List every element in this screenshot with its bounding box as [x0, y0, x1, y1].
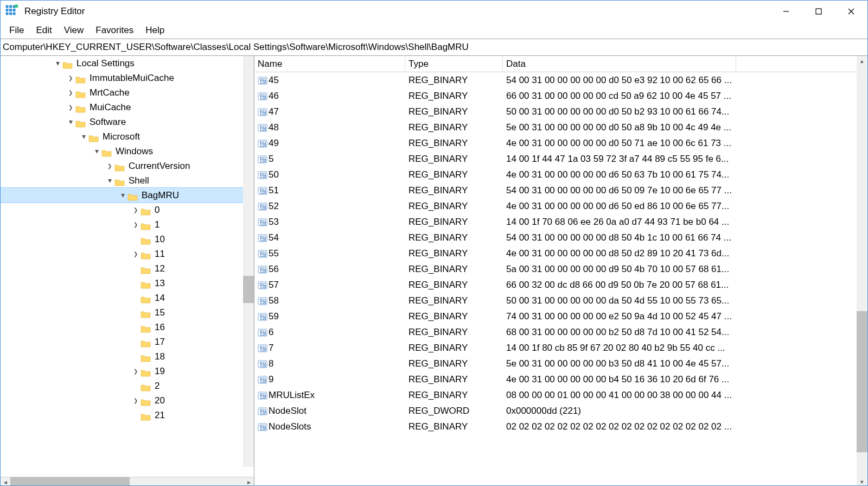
tree-hscroll-left-arrow[interactable]: ◂ — [1, 477, 10, 487]
expand-collapse-icon[interactable] — [92, 144, 101, 159]
value-row[interactable]: 8REG_BINARY5e 00 31 00 00 00 00 00 b3 50… — [254, 356, 867, 371]
minimize-button[interactable] — [770, 1, 802, 22]
value-row[interactable]: 48REG_BINARY5e 00 31 00 00 00 00 00 d0 5… — [254, 119, 867, 135]
tree-item[interactable]: 1 — [1, 217, 254, 232]
tree-item[interactable]: BagMRU — [1, 188, 254, 203]
tree-hscroll-thumb[interactable] — [10, 477, 130, 486]
tree-hscroll-track[interactable] — [10, 477, 244, 486]
tree-item[interactable]: 18 — [1, 349, 254, 364]
value-row[interactable]: NodeSlotREG_DWORD0x000000dd (221) — [254, 403, 867, 419]
tree-item[interactable]: Local Settings — [1, 56, 254, 71]
tree-item[interactable]: 17 — [1, 334, 254, 349]
value-row[interactable]: 59REG_BINARY74 00 31 00 00 00 00 00 e2 5… — [254, 308, 867, 324]
binary-value-icon — [258, 359, 267, 369]
tree-item[interactable]: 14 — [1, 291, 254, 305]
tree-item[interactable]: MuiCache — [1, 100, 254, 115]
list-vscroll-thumb[interactable] — [857, 311, 867, 452]
tree-item[interactable]: MrtCache — [1, 85, 254, 100]
tree-item[interactable]: CurrentVersion — [1, 159, 254, 173]
expand-collapse-icon[interactable] — [105, 159, 114, 173]
value-row[interactable]: 50REG_BINARY4e 00 31 00 00 00 00 00 d6 5… — [254, 167, 867, 182]
value-row[interactable]: 58REG_BINARY50 00 31 00 00 00 00 00 da 5… — [254, 293, 867, 308]
tree-item[interactable]: 11 — [1, 247, 254, 261]
tree-item[interactable]: 0 — [1, 203, 254, 217]
tree-item-label: 16 — [155, 320, 168, 334]
folder-icon — [62, 59, 73, 68]
tree-item[interactable]: Software — [1, 115, 254, 129]
expand-collapse-icon[interactable] — [131, 203, 141, 217]
expand-collapse-icon[interactable] — [79, 129, 88, 144]
maximize-button[interactable] — [802, 1, 835, 22]
list-vscroll-up-arrow[interactable]: ▴ — [857, 56, 867, 66]
tree-item[interactable]: 2 — [1, 378, 254, 393]
expand-collapse-icon[interactable] — [66, 115, 75, 130]
svg-rect-4 — [9, 9, 12, 11]
tree-item[interactable]: 10 — [1, 232, 254, 247]
value-row[interactable]: 46REG_BINARY66 00 31 00 00 00 00 00 cd 5… — [254, 88, 867, 104]
tree-item[interactable]: 19 — [1, 364, 254, 378]
tree-vscroll-thumb[interactable] — [243, 276, 254, 303]
address-bar[interactable]: Computer\HKEY_CURRENT_USER\Software\Clas… — [1, 39, 867, 56]
value-row[interactable]: 53REG_BINARY14 00 1f 70 68 06 ee 26 0a a… — [254, 214, 867, 230]
tree-item[interactable]: 16 — [1, 320, 254, 334]
close-button[interactable] — [835, 1, 867, 22]
expand-collapse-icon[interactable] — [53, 56, 62, 71]
tree-item-label: MuiCache — [90, 100, 135, 115]
menu-help[interactable]: Help — [140, 23, 170, 38]
expand-collapse-icon[interactable] — [105, 173, 114, 188]
list-vscroll-down-arrow[interactable]: ▾ — [857, 477, 867, 486]
tree-item[interactable]: Windows — [1, 144, 254, 159]
tree[interactable]: Local SettingsImmutableMuiCacheMrtCacheM… — [1, 56, 254, 422]
value-name: 5 — [269, 154, 273, 165]
value-row[interactable]: 6REG_BINARY68 00 31 00 00 00 00 00 b2 50… — [254, 324, 867, 340]
tree-hscroll-right-arrow[interactable]: ▸ — [244, 477, 254, 487]
expand-collapse-icon[interactable] — [66, 100, 75, 115]
value-row[interactable]: 5REG_BINARY14 00 1f 44 47 1a 03 59 72 3f… — [254, 151, 867, 167]
expand-collapse-icon[interactable] — [131, 217, 141, 232]
value-row[interactable]: NodeSlotsREG_BINARY02 02 02 02 02 02 02 … — [254, 419, 867, 434]
menu-edit[interactable]: Edit — [30, 23, 57, 38]
value-data: 50 00 31 00 00 00 00 00 d0 50 b2 93 10 0… — [503, 106, 867, 117]
menu-file[interactable]: File — [4, 23, 29, 38]
tree-item[interactable]: Shell — [1, 173, 254, 188]
folder-icon — [114, 176, 125, 185]
value-row[interactable]: 7REG_BINARY14 00 1f 80 cb 85 9f 67 20 02… — [254, 340, 867, 356]
expand-collapse-icon[interactable] — [131, 364, 141, 378]
column-header-data[interactable]: Data — [503, 56, 736, 72]
column-header-name[interactable]: Name — [254, 56, 405, 72]
folder-icon — [141, 323, 151, 332]
value-row[interactable]: 55REG_BINARY4e 00 31 00 00 00 00 00 d8 5… — [254, 245, 867, 261]
value-row[interactable]: 56REG_BINARY5a 00 31 00 00 00 00 00 d9 5… — [254, 261, 867, 277]
tree-item[interactable]: Microsoft — [1, 129, 254, 144]
tree-item-label: 17 — [155, 334, 168, 349]
expand-collapse-icon[interactable] — [66, 71, 75, 85]
expand-collapse-icon[interactable] — [131, 393, 141, 408]
tree-item[interactable]: 20 — [1, 393, 254, 408]
tree-item[interactable]: 15 — [1, 305, 254, 320]
value-row[interactable]: 9REG_BINARY4e 00 31 00 00 00 00 00 b4 50… — [254, 371, 867, 387]
tree-item[interactable]: 12 — [1, 261, 254, 276]
value-row[interactable]: 49REG_BINARY4e 00 31 00 00 00 00 00 d0 5… — [254, 135, 867, 151]
column-header-type[interactable]: Type — [405, 56, 503, 72]
tree-item[interactable]: 21 — [1, 408, 254, 422]
value-row[interactable]: 45REG_BINARY54 00 31 00 00 00 00 00 d0 5… — [254, 72, 867, 88]
menu-view[interactable]: View — [59, 23, 90, 38]
value-row[interactable]: 52REG_BINARY4e 00 31 00 00 00 00 00 d6 5… — [254, 198, 867, 214]
tree-horizontal-scrollbar[interactable]: ◂ ▸ — [1, 477, 254, 486]
value-row[interactable]: 57REG_BINARY66 00 32 00 dc d8 66 00 d9 5… — [254, 277, 867, 293]
svg-point-9 — [15, 4, 18, 8]
value-row[interactable]: MRUListExREG_BINARY08 00 00 00 01 00 00 … — [254, 387, 867, 403]
expand-collapse-icon[interactable] — [131, 247, 141, 261]
value-row[interactable]: 51REG_BINARY54 00 31 00 00 00 00 00 d6 5… — [254, 182, 867, 198]
expand-collapse-icon[interactable] — [66, 85, 75, 100]
value-row[interactable]: 47REG_BINARY50 00 31 00 00 00 00 00 d0 5… — [254, 104, 867, 119]
tree-vertical-scrollbar[interactable] — [243, 56, 254, 467]
value-row[interactable]: 54REG_BINARY54 00 31 00 00 00 00 00 d8 5… — [254, 230, 867, 245]
expand-collapse-icon[interactable] — [118, 188, 127, 203]
tree-item[interactable]: 13 — [1, 276, 254, 291]
folder-icon — [141, 338, 151, 346]
list-body[interactable]: 45REG_BINARY54 00 31 00 00 00 00 00 d0 5… — [254, 72, 867, 486]
list-vertical-scrollbar[interactable]: ▴ ▾ — [857, 56, 867, 486]
menu-favorites[interactable]: Favorites — [90, 23, 139, 38]
tree-item[interactable]: ImmutableMuiCache — [1, 71, 254, 85]
